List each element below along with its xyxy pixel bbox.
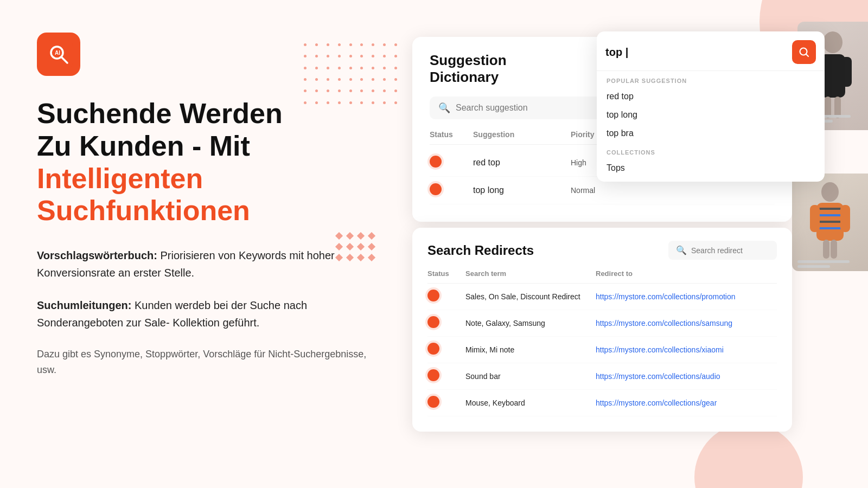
ss-item-top-long[interactable]: top long	[597, 106, 825, 124]
collections-label: COLLECTIONS	[597, 143, 825, 159]
left-panel: AI Suchende Werden Zu Kunden - Mit Intel…	[37, 33, 373, 378]
svg-rect-19	[840, 205, 850, 232]
popular-suggestion-label: POPULAR SUGGESTION	[597, 71, 825, 87]
redirect-url-1[interactable]: https://mystore.com/collections/promotio…	[596, 292, 777, 301]
redirects-row-1: Sales, On Sale, Discount Redirect https:…	[427, 284, 777, 310]
priority-2: Normal	[571, 186, 636, 195]
desc-block-1: Vorschlagswörterbuch: Priorisieren von K…	[37, 247, 373, 281]
ss-input-row	[597, 40, 825, 71]
desc-block-2: Suchumleitungen: Kunden werdeb bei der S…	[37, 297, 373, 331]
redirects-search-input[interactable]	[691, 246, 769, 255]
ss-item-red-top[interactable]: red top	[597, 87, 825, 106]
redirects-table-header: Status Search term Redirect to	[427, 269, 777, 284]
svg-rect-20	[823, 240, 829, 259]
redirects-title: Search Redirects	[427, 243, 534, 258]
desc-text-2: Suchumleitungen: Kunden werdeb bei der S…	[37, 297, 373, 331]
redirect-status-dot-2[interactable]	[427, 316, 439, 328]
logo: AI	[37, 33, 80, 76]
redirects-col-redirect: Redirect to	[596, 269, 777, 278]
product-image-2	[792, 174, 868, 271]
redirect-term-1: Sales, On Sale, Discount Redirect	[465, 292, 596, 301]
svg-rect-18	[810, 205, 820, 232]
redirects-col-status: Status	[427, 269, 465, 278]
redirects-row-2: Note, Galaxy, Samsung https://mystore.co…	[427, 310, 777, 337]
desc-bold-2: Suchumleitungen:	[37, 299, 131, 311]
col-suggestion: Suggestion	[473, 130, 571, 139]
headline-line1: Suchende Werden	[37, 98, 283, 129]
suggestion-search-icon: 🔍	[438, 102, 450, 114]
redirects-row-3: Mimix, Mi note https://mystore.com/colle…	[427, 337, 777, 363]
svg-point-12	[821, 182, 839, 202]
redirect-url-2[interactable]: https://mystore.com/collections/samsung	[596, 319, 777, 328]
redirect-status-dot-4[interactable]	[427, 369, 439, 381]
desc-text-1: Vorschlagswörterbuch: Priorisieren von K…	[37, 247, 373, 281]
svg-point-6	[823, 31, 843, 53]
redirect-term-4: Sound bar	[465, 372, 596, 381]
redirect-url-4[interactable]: https://mystore.com/collections/audio	[596, 372, 777, 381]
status-dot-1[interactable]	[430, 156, 442, 168]
redirect-status-dot-1[interactable]	[427, 290, 439, 301]
redirects-row-4: Sound bar https://mystore.com/collection…	[427, 363, 777, 390]
search-redirects-card: Search Redirects 🔍 Status Search term Re…	[412, 228, 792, 432]
ss-item-tops[interactable]: Tops	[597, 159, 825, 177]
svg-text:AI: AI	[55, 50, 60, 56]
redirect-url-3[interactable]: https://mystore.com/collections/xiaomi	[596, 345, 777, 354]
redirects-header: Search Redirects 🔍	[427, 241, 777, 260]
svg-line-5	[806, 54, 808, 56]
suggestion-text-2: top long	[473, 185, 571, 195]
search-suggestion-dropdown: POPULAR SUGGESTION red top top long top …	[597, 31, 825, 182]
ss-search-button[interactable]	[792, 40, 816, 64]
footer-text: Dazu gibt es Synonyme, Stoppwörter, Vors…	[37, 346, 373, 378]
col-status: Status	[430, 130, 473, 139]
redirects-row-5: Mouse, Keyboard https://mystore.com/coll…	[427, 390, 777, 416]
redirect-status-dot-5[interactable]	[427, 396, 439, 408]
desc-bold-1: Vorschlagswörterbuch:	[37, 249, 157, 261]
right-panel: Suggestion Dictionary 🔍 Status Suggestio…	[391, 0, 868, 488]
svg-rect-9	[841, 57, 852, 87]
suggestion-text-1: red top	[473, 158, 571, 168]
redirect-term-5: Mouse, Keyboard	[465, 399, 596, 407]
main-headline: Suchende Werden Zu Kunden - Mit Intellig…	[37, 98, 373, 227]
redirects-col-term: Search term	[465, 269, 596, 278]
headline-line3: Suchfunktionen	[37, 195, 250, 226]
ss-item-top-bra[interactable]: top bra	[597, 124, 825, 143]
redirect-term-2: Note, Galaxy, Samsung	[465, 319, 596, 328]
suggestion-dict-title-line1: Suggestion	[430, 52, 507, 68]
ss-search-input[interactable]	[605, 46, 787, 59]
suggestion-dict-title-line2: Dictionary	[430, 69, 499, 85]
redirect-url-5[interactable]: https://mystore.com/collections/gear	[596, 399, 777, 407]
headline-orange: Intelligenten	[37, 163, 203, 194]
redirects-search-icon: 🔍	[676, 245, 687, 255]
headline-line2: Zu Kunden - Mit	[37, 130, 250, 162]
redirects-search-bar[interactable]: 🔍	[668, 241, 777, 260]
redirect-term-3: Mimix, Mi note	[465, 345, 596, 354]
svg-rect-21	[831, 240, 837, 259]
redirect-status-dot-3[interactable]	[427, 343, 439, 355]
status-dot-2[interactable]	[430, 183, 442, 195]
